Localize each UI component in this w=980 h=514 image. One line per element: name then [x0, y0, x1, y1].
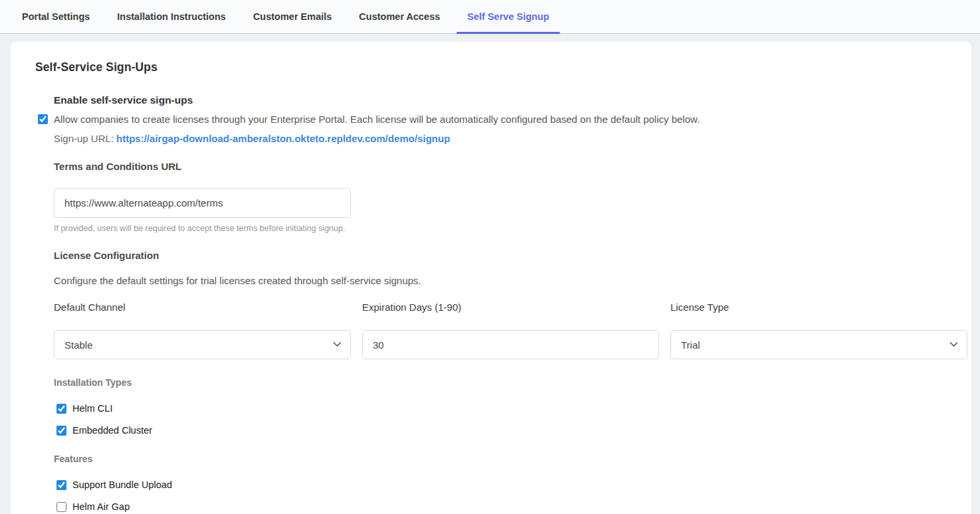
self-service-signups-card: Self-Service Sign-Ups Enable self-servic… [11, 42, 971, 514]
tab-installation-instructions[interactable]: Installation Instructions [106, 0, 237, 33]
helm-cli-label: Helm CLI [72, 403, 112, 414]
helm-cli-checkbox[interactable] [56, 404, 66, 414]
helm-air-gap-checkbox[interactable] [56, 502, 66, 512]
embedded-cluster-label: Embedded Cluster [72, 425, 152, 436]
installation-type-helm-cli[interactable]: Helm CLI [54, 403, 958, 414]
expiration-days-field: Expiration Days (1-90) [362, 301, 659, 359]
features-heading: Features [54, 454, 958, 464]
tab-portal-settings[interactable]: Portal Settings [11, 0, 100, 33]
installation-types-heading: Installation Types [54, 377, 958, 388]
expiration-days-input[interactable] [362, 330, 659, 359]
enable-signups-description: Allow companies to create licenses throu… [54, 114, 700, 125]
default-channel-label: Default Channel [54, 301, 351, 313]
page-title: Self-Service Sign-Ups [35, 60, 958, 74]
signup-url-line: Sign-up URL:https://airgap-download-ambe… [54, 133, 958, 144]
license-configuration-description: Configure the default settings for trial… [54, 275, 958, 286]
terms-url-helper: If provided, users will be required to a… [54, 224, 958, 233]
feature-helm-air-gap[interactable]: Helm Air Gap [54, 501, 958, 512]
settings-tabbar: Portal Settings Installation Instruction… [0, 0, 980, 34]
installation-type-embedded-cluster[interactable]: Embedded Cluster [54, 425, 958, 436]
enable-signups-row: Allow companies to create licenses throu… [54, 114, 958, 125]
support-bundle-upload-label: Support Bundle Upload [72, 479, 172, 490]
helm-air-gap-label: Helm Air Gap [72, 501, 130, 512]
signup-url-link[interactable]: https://airgap-download-amberalston.okte… [116, 133, 450, 144]
tab-self-serve-signup[interactable]: Self Serve Signup [456, 0, 559, 33]
embedded-cluster-checkbox[interactable] [56, 426, 66, 436]
license-type-label: License Type [670, 301, 967, 313]
tab-customer-access[interactable]: Customer Access [348, 0, 450, 33]
enable-signups-heading: Enable self-service sign-ups [54, 94, 958, 106]
signup-url-label: Sign-up URL: [54, 133, 114, 144]
tab-customer-emails[interactable]: Customer Emails [243, 0, 342, 33]
license-configuration-heading: License Configuration [54, 250, 958, 261]
feature-support-bundle-upload[interactable]: Support Bundle Upload [54, 479, 958, 490]
expiration-days-label: Expiration Days (1-90) [362, 301, 659, 313]
terms-url-input[interactable] [54, 188, 351, 218]
enable-signups-checkbox[interactable] [38, 114, 48, 124]
support-bundle-upload-checkbox[interactable] [56, 480, 66, 490]
license-type-field: License Type Trial [670, 301, 967, 359]
license-type-select[interactable]: Trial [670, 330, 967, 359]
license-field-grid: Default Channel Stable Expiration Days (… [54, 301, 958, 359]
terms-url-label: Terms and Conditions URL [54, 161, 958, 172]
default-channel-select[interactable]: Stable [54, 330, 351, 359]
default-channel-field: Default Channel Stable [54, 301, 351, 359]
